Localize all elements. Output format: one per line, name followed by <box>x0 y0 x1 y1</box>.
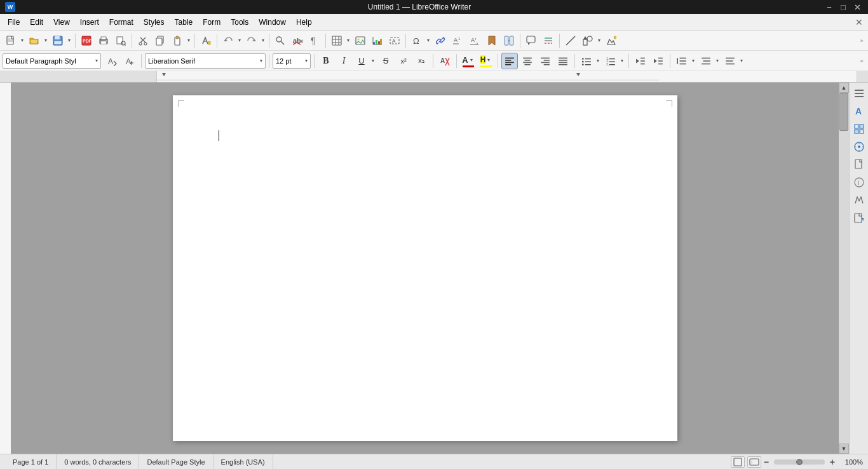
page-style-segment[interactable]: Default Page Style <box>139 454 213 469</box>
language-segment[interactable]: English (USA) <box>214 454 273 469</box>
list-bullet-group[interactable]: ▾ <box>578 53 601 69</box>
insert-textbox-button[interactable]: A <box>386 32 403 49</box>
indent-left-button[interactable] <box>698 53 714 69</box>
scroll-down-button[interactable]: ▼ <box>839 444 849 454</box>
line-spacing-dropdown-arrow[interactable]: ▾ <box>690 53 696 69</box>
page-info-segment[interactable]: Page 1 of 1 <box>5 454 57 469</box>
special-char-button[interactable]: Ω <box>409 32 425 49</box>
undo-button[interactable] <box>220 32 236 49</box>
update-style-button[interactable]: A <box>104 53 120 69</box>
list-bullet-dropdown-arrow[interactable]: ▾ <box>595 53 601 69</box>
minimize-button[interactable]: − <box>824 1 835 13</box>
navigator-panel-button[interactable] <box>851 139 867 155</box>
vertical-scrollbar[interactable]: ▲ ▼ <box>839 83 849 454</box>
special-char-dropdown-arrow[interactable]: ▾ <box>425 32 431 49</box>
export-panel-button[interactable] <box>851 210 867 226</box>
insert-chart-button[interactable] <box>369 32 386 49</box>
new-style-button[interactable]: A <box>121 53 138 69</box>
scroll-track[interactable] <box>839 93 849 444</box>
scroll-up-button[interactable]: ▲ <box>839 83 849 93</box>
insert-table-button[interactable] <box>329 32 345 49</box>
insert-table-group[interactable]: ▾ <box>329 32 351 49</box>
new-button-group[interactable]: ▾ <box>3 32 25 49</box>
open-dropdown-arrow[interactable]: ▾ <box>43 32 49 49</box>
indent-left-dropdown-arrow[interactable]: ▾ <box>714 53 721 69</box>
toolbar-expand-button[interactable]: » <box>858 32 865 49</box>
special-char-group[interactable]: Ω ▾ <box>409 32 431 49</box>
subscript-button[interactable]: x₂ <box>413 53 430 69</box>
underline-group[interactable]: U ▾ <box>353 53 376 69</box>
insert-shape-button[interactable] <box>580 32 596 49</box>
paste-dropdown-arrow[interactable]: ▾ <box>186 32 192 49</box>
underline-dropdown-arrow[interactable]: ▾ <box>370 53 376 69</box>
bold-button[interactable]: B <box>318 53 334 69</box>
copy-button[interactable] <box>152 32 168 49</box>
formatting-marks-button[interactable]: ¶ <box>306 32 323 49</box>
scroll-thumb[interactable] <box>839 93 848 131</box>
zoom-slider[interactable] <box>774 459 825 465</box>
vertical-ruler[interactable] <box>0 83 11 454</box>
open-button-group[interactable]: ▾ <box>26 32 49 49</box>
macro-panel-button[interactable] <box>851 192 867 208</box>
align-left-button[interactable] <box>501 53 518 69</box>
export-pdf-button[interactable]: PDF <box>78 32 95 49</box>
insert-endnote-button[interactable]: Ai <box>466 32 483 49</box>
save-button[interactable] <box>50 32 66 49</box>
superscript-button[interactable]: x² <box>395 53 412 69</box>
print-preview-button[interactable] <box>112 32 129 49</box>
redo-button-group[interactable]: ▾ <box>243 32 266 49</box>
menu-form[interactable]: Form <box>198 16 226 29</box>
menu-file[interactable]: File <box>3 16 25 29</box>
new-dropdown-arrow[interactable]: ▾ <box>19 32 25 49</box>
close-button[interactable]: ✕ <box>851 1 863 13</box>
page-panel-button[interactable] <box>851 156 867 173</box>
paragraph-style-dropdown-arrow[interactable]: ▾ <box>95 58 98 64</box>
menu-tools[interactable]: Tools <box>226 16 254 29</box>
comment-button[interactable] <box>523 32 539 49</box>
indent-right-group[interactable]: ▾ <box>722 53 745 69</box>
insert-bookmark-button[interactable] <box>484 32 500 49</box>
shape-dropdown-arrow[interactable]: ▾ <box>596 32 602 49</box>
find-replace-button[interactable] <box>272 32 288 49</box>
cut-button[interactable] <box>135 32 151 49</box>
insert-shape-group[interactable]: ▾ <box>580 32 602 49</box>
style-inspector-button[interactable]: i <box>851 174 867 191</box>
paste-button[interactable] <box>169 32 186 49</box>
font-dropdown-arrow[interactable]: ▾ <box>260 58 262 64</box>
size-dropdown-arrow[interactable]: ▾ <box>305 58 308 64</box>
open-button[interactable] <box>26 32 43 49</box>
redo-dropdown-arrow[interactable]: ▾ <box>260 32 266 49</box>
italic-button[interactable]: I <box>336 53 352 69</box>
menu-view[interactable]: View <box>48 16 75 29</box>
list-number-dropdown-arrow[interactable]: ▾ <box>619 53 625 69</box>
redo-button[interactable] <box>243 32 260 49</box>
list-bullet-button[interactable] <box>578 53 595 69</box>
indent-left-group[interactable]: ▾ <box>698 53 721 69</box>
line-spacing-button[interactable] <box>674 53 690 69</box>
indent-right-button[interactable] <box>722 53 738 69</box>
list-number-button[interactable]: 1.2.3. <box>602 53 619 69</box>
indent-decrease-button[interactable] <box>632 53 649 69</box>
list-number-group[interactable]: 1.2.3. ▾ <box>602 53 625 69</box>
paste-button-group[interactable]: ▾ <box>169 32 192 49</box>
menu-insert[interactable]: Insert <box>75 16 104 29</box>
insert-image-button[interactable] <box>352 32 369 49</box>
new-button[interactable] <box>3 32 19 49</box>
print-button[interactable] <box>95 32 112 49</box>
spell-check-button[interactable]: abc <box>289 32 306 49</box>
undo-button-group[interactable]: ▾ <box>220 32 243 49</box>
zoom-out-button[interactable]: − <box>764 458 769 466</box>
word-count-segment[interactable]: 0 words, 0 characters <box>57 454 139 469</box>
styles-panel-button[interactable]: A <box>851 103 867 119</box>
maximize-button[interactable]: □ <box>837 1 849 13</box>
insert-footnote-button[interactable]: A1 <box>449 32 466 49</box>
menu-help[interactable]: Help <box>291 16 317 29</box>
gallery-panel-button[interactable] <box>851 121 867 137</box>
insert-table-dropdown-arrow[interactable]: ▾ <box>345 32 351 49</box>
window-controls[interactable]: − □ ✕ <box>824 1 863 13</box>
highlight-color-group[interactable]: H ▾ <box>478 53 494 69</box>
view-normal-button[interactable] <box>731 456 745 468</box>
menu-format[interactable]: Format <box>104 16 139 29</box>
track-changes-button[interactable] <box>540 32 557 49</box>
menu-table[interactable]: Table <box>170 16 198 29</box>
